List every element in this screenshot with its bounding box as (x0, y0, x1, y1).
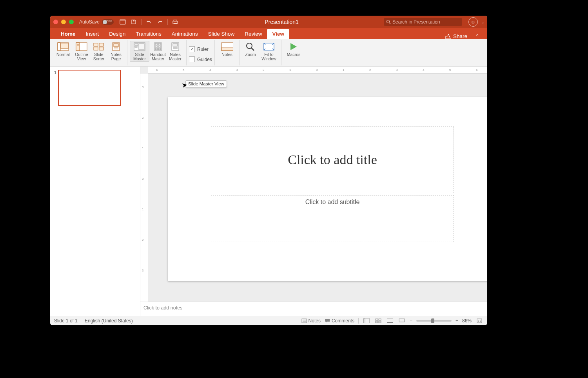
svg-rect-24 (135, 43, 138, 45)
svg-rect-32 (155, 48, 158, 50)
tab-insert[interactable]: Insert (81, 29, 104, 39)
ribbon-tabs: Home Insert Design Transitions Animation… (50, 28, 487, 39)
svg-point-40 (247, 43, 252, 49)
home-qat-icon[interactable] (118, 18, 127, 26)
undo-icon[interactable] (145, 18, 153, 26)
notes-pane[interactable]: Click to add notes (140, 302, 487, 316)
sorter-view-status-icon[interactable] (374, 318, 382, 324)
zoom-level[interactable]: 86% (462, 318, 472, 324)
close-window-button[interactable] (53, 20, 58, 24)
tab-slide-show[interactable]: Slide Show (203, 29, 240, 39)
normal-view-status-icon[interactable] (363, 318, 370, 324)
zoom-group: Zoom Fit to Window (240, 40, 281, 65)
status-comments-button[interactable]: Comments (325, 318, 354, 324)
notes-button[interactable]: Notes (217, 41, 237, 57)
slide-editor: 6543210123456 3210123 Click to add title… (140, 67, 487, 316)
svg-rect-30 (155, 46, 158, 47)
show-group: Ruler Guides (187, 40, 215, 65)
ribbon-collapse-icon[interactable]: ⌃ (473, 33, 482, 39)
horizontal-ruler[interactable]: 6543210123456 (148, 67, 487, 74)
svg-rect-17 (94, 47, 98, 50)
vertical-ruler[interactable]: 3210123 (140, 74, 148, 302)
minimize-window-button[interactable] (61, 20, 66, 24)
svg-rect-49 (376, 319, 378, 320)
ribbon-view: Normal Outline View Slide Sorter Notes P… (50, 39, 487, 67)
title-placeholder[interactable]: Click to add title (211, 127, 454, 193)
svg-rect-28 (155, 43, 158, 45)
feedback-dropdown-icon[interactable]: ⌵ (482, 20, 484, 24)
fit-to-window-icon (263, 42, 275, 51)
autosave-toggle[interactable]: AutoSave OFF (79, 19, 114, 25)
svg-rect-10 (61, 43, 68, 49)
slide-sorter-icon (93, 42, 105, 51)
ruler-checkbox[interactable]: Ruler (189, 46, 209, 53)
title-bar: AutoSave OFF Presentation1 Search in Pre… (50, 16, 487, 28)
svg-rect-39 (221, 48, 233, 51)
share-button[interactable]: Share (445, 33, 469, 39)
outline-view-button[interactable]: Outline View (73, 41, 90, 61)
slide-sorter-button[interactable]: Slide Sorter (90, 41, 107, 61)
tab-design[interactable]: Design (104, 29, 131, 39)
tab-animations[interactable]: Animations (167, 29, 203, 39)
slide-canvas[interactable]: Click to add title Click to add subtitle (148, 74, 487, 302)
svg-line-7 (389, 23, 390, 24)
svg-rect-9 (58, 43, 60, 51)
svg-rect-33 (158, 48, 161, 50)
autosave-state: OFF (106, 20, 112, 23)
slide-thumbnail-preview[interactable] (58, 70, 121, 106)
svg-rect-12 (76, 43, 80, 51)
notes-placeholder: Click to add notes (143, 305, 182, 311)
slide-thumbnail-1[interactable]: 1 (53, 70, 138, 106)
svg-rect-44 (302, 319, 307, 323)
tab-view[interactable]: View (267, 29, 289, 39)
zoom-button[interactable]: Zoom (242, 41, 259, 57)
normal-view-button[interactable]: Normal (53, 41, 73, 57)
presentation-views-group: Normal Outline View Slide Sorter Notes P… (51, 40, 127, 65)
svg-rect-29 (158, 43, 161, 45)
notes-icon (221, 42, 233, 51)
svg-rect-26 (139, 43, 144, 50)
tab-transitions[interactable]: Transitions (131, 29, 167, 39)
zoom-slider[interactable] (416, 320, 452, 322)
zoom-window-button[interactable] (69, 20, 74, 24)
svg-rect-4 (174, 20, 177, 21)
notes-page-button[interactable]: Notes Page (107, 41, 125, 61)
notes-master-button[interactable]: Notes Master (167, 41, 184, 61)
slide[interactable]: Click to add title Click to add subtitle (168, 97, 487, 281)
search-icon (386, 20, 391, 24)
subtitle-placeholder[interactable]: Click to add subtitle (211, 195, 454, 242)
guides-checkbox[interactable]: Guides (189, 56, 212, 63)
svg-rect-20 (114, 43, 118, 47)
svg-rect-18 (99, 47, 103, 50)
svg-rect-55 (399, 319, 405, 322)
svg-line-41 (251, 48, 254, 51)
status-bar: Slide 1 of 1 English (United States) Not… (50, 316, 487, 325)
workspace: 1 6543210123456 3210123 Click to add tit… (50, 67, 487, 316)
redo-icon[interactable] (156, 18, 164, 26)
feedback-icon[interactable]: ☺ (468, 17, 478, 27)
search-box[interactable]: Search in Presentation (384, 18, 462, 26)
status-language[interactable]: English (United States) (85, 318, 133, 324)
slideshow-status-icon[interactable] (398, 318, 406, 324)
fit-to-window-status-icon[interactable] (475, 318, 483, 324)
svg-rect-0 (120, 20, 125, 24)
reading-view-status-icon[interactable] (386, 318, 394, 324)
handout-master-button[interactable]: Handout Master (149, 41, 167, 61)
tab-review[interactable]: Review (240, 29, 267, 39)
svg-rect-15 (94, 43, 98, 46)
app-window: AutoSave OFF Presentation1 Search in Pre… (50, 16, 487, 325)
print-icon[interactable] (171, 18, 180, 26)
zoom-out-button[interactable]: − (410, 318, 412, 324)
share-label: Share (453, 33, 467, 39)
slide-thumbnails-panel[interactable]: 1 (50, 67, 140, 316)
macros-button[interactable]: Macros (284, 41, 303, 57)
tab-home[interactable]: Home (56, 29, 81, 39)
comments-status-icon (325, 318, 330, 323)
svg-rect-57 (477, 319, 482, 323)
search-placeholder: Search in Presentation (392, 19, 440, 25)
slide-master-button[interactable]: Slide Master (130, 41, 149, 61)
zoom-in-button[interactable]: + (456, 318, 458, 324)
fit-to-window-button[interactable]: Fit to Window (259, 41, 279, 61)
status-notes-button[interactable]: Notes (301, 318, 321, 324)
save-icon[interactable] (129, 18, 138, 26)
